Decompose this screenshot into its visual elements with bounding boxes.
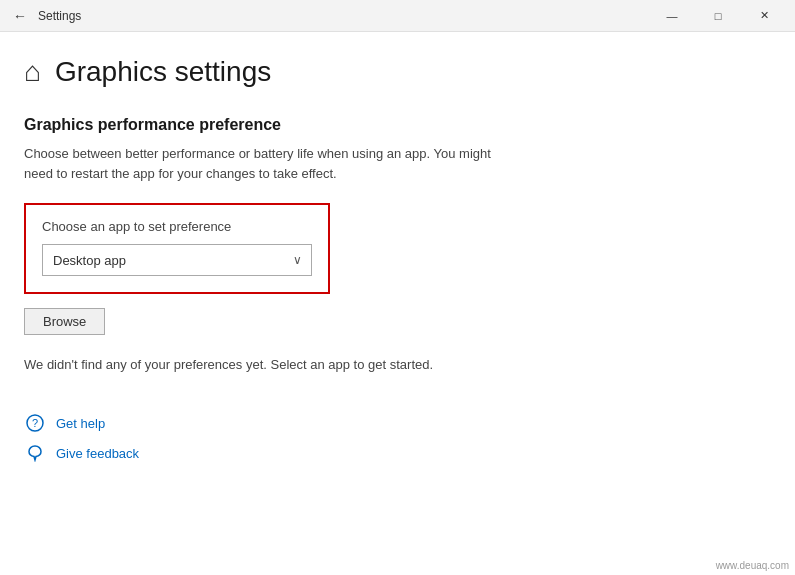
title-bar: ← Settings — □ ✕: [0, 0, 795, 32]
window-controls: — □ ✕: [649, 0, 787, 32]
app-type-dropdown-wrapper[interactable]: Desktop app Microsoft Store app ∨: [42, 244, 312, 276]
content-area: ⌂ Graphics settings Graphics performance…: [0, 32, 795, 575]
page-header: ⌂ Graphics settings: [24, 56, 763, 88]
app-type-dropdown[interactable]: Desktop app Microsoft Store app: [42, 244, 312, 276]
window-title: Settings: [38, 9, 649, 23]
preference-box: Choose an app to set preference Desktop …: [24, 203, 330, 294]
get-help-label: Get help: [56, 416, 105, 431]
minimize-button[interactable]: —: [649, 0, 695, 32]
close-button[interactable]: ✕: [741, 0, 787, 32]
watermark: www.deuaq.com: [716, 560, 789, 571]
no-preferences-text: We didn't find any of your preferences y…: [24, 357, 504, 372]
home-icon: ⌂: [24, 56, 41, 88]
back-button[interactable]: ←: [8, 4, 32, 28]
footer-links: ? Get help Give feedback: [24, 412, 763, 464]
maximize-button[interactable]: □: [695, 0, 741, 32]
description-text: Choose between better performance or bat…: [24, 144, 504, 183]
get-help-icon: ?: [24, 412, 46, 434]
main-content: ⌂ Graphics settings Graphics performance…: [0, 32, 795, 575]
section-title: Graphics performance preference: [24, 116, 763, 134]
browse-button[interactable]: Browse: [24, 308, 105, 335]
give-feedback-label: Give feedback: [56, 446, 139, 461]
get-help-link[interactable]: ? Get help: [24, 412, 763, 434]
preference-box-label: Choose an app to set preference: [42, 219, 312, 234]
give-feedback-link[interactable]: Give feedback: [24, 442, 763, 464]
give-feedback-icon: [24, 442, 46, 464]
svg-text:?: ?: [32, 417, 38, 429]
page-title: Graphics settings: [55, 56, 271, 88]
